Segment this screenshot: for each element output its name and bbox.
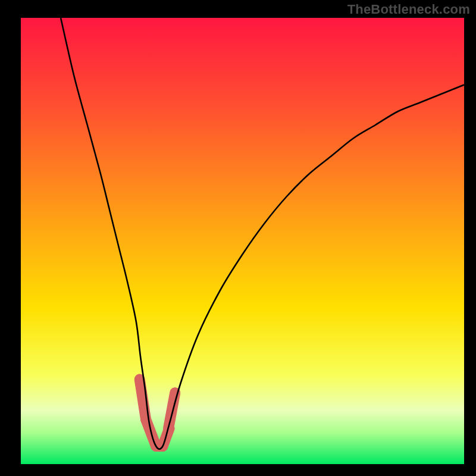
bottleneck-curve (61, 18, 464, 449)
curve-layer (21, 18, 464, 464)
outer-frame: TheBottleneck.com (0, 0, 476, 476)
plot-area (21, 18, 464, 464)
watermark-text: TheBottleneck.com (347, 2, 470, 17)
